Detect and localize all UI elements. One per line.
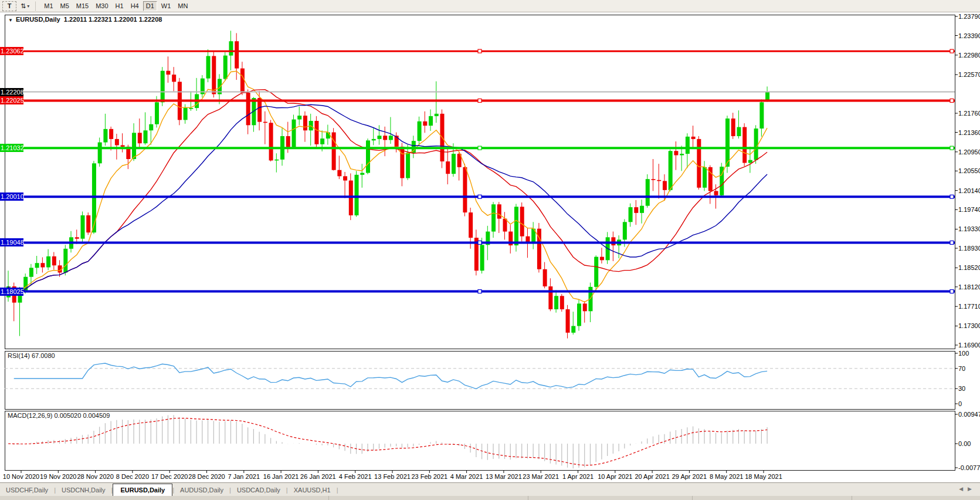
date-axis-label: 16 Jan 2021 xyxy=(263,473,299,480)
trading-platform-window: T ⇅ ▾ M1M5M15M30H1H4D1W1MN ▼EURUSD,Daily… xyxy=(0,0,980,500)
price-line-badge: 1.18025 xyxy=(0,288,23,296)
tab-separator: | xyxy=(337,484,338,496)
date-axis-label: 1 Apr 2021 xyxy=(562,473,594,480)
date-axis-label: 13 Mar 2021 xyxy=(486,473,522,480)
chart-ohlc-values: 1.22011 1.22321 1.22001 1.22208 xyxy=(64,16,162,23)
current-price-badge: 1.22208 xyxy=(0,88,23,96)
rsi-axis-label: 0 xyxy=(958,400,962,407)
tab-scroll-arrows: ◀▶ xyxy=(959,486,976,492)
price-axis-label: 1.17710 xyxy=(958,303,980,310)
date-axis-label: 10 Apr 2021 xyxy=(598,473,632,480)
date-axis-label: 19 Nov 2020 xyxy=(40,473,76,480)
date-axis-label: 10 Nov 2020 xyxy=(3,473,39,480)
timeframe-button-m5[interactable]: M5 xyxy=(57,1,72,11)
date-axis-label: 23 Feb 2021 xyxy=(411,473,447,480)
date-axis-label: 4 Feb 2021 xyxy=(339,473,372,480)
chart-title: ▼EURUSD,Daily 1.22011 1.22321 1.22001 1.… xyxy=(8,16,162,23)
statusbar-divider xyxy=(852,496,852,500)
tab-usdcnh[interactable]: USDCNH,Daily xyxy=(56,484,111,496)
chart-symbol-label: EURUSD,Daily xyxy=(16,16,60,23)
status-bar xyxy=(0,496,980,500)
date-axis-label: 28 Dec 2020 xyxy=(188,473,225,480)
date-axis-label: 26 Jan 2021 xyxy=(300,473,336,480)
price-axis-label: 1.20140 xyxy=(958,187,980,194)
macd-indicator-panel[interactable] xyxy=(5,411,955,471)
price-axis-label: 1.22980 xyxy=(958,52,980,59)
price-axis-label: 1.23390 xyxy=(958,32,980,39)
price-axis-label: 1.23790 xyxy=(958,13,980,20)
timeframe-button-w1[interactable]: W1 xyxy=(158,1,174,11)
tab-audusd[interactable]: AUDUSD,Daily xyxy=(174,484,229,496)
tab-usdcad[interactable]: USDCAD,Daily xyxy=(231,484,286,496)
date-axis-label: 23 Mar 2021 xyxy=(523,473,559,480)
macd-axis-label: -0.007778 xyxy=(958,464,980,471)
rsi-axis-label: 100 xyxy=(958,350,969,357)
statusbar-divider xyxy=(528,496,528,500)
pointer-tool-button[interactable]: T xyxy=(2,1,16,11)
price-axis-label: 1.22570 xyxy=(958,71,980,78)
price-axis-label: 1.18930 xyxy=(958,245,980,252)
rsi-axis-label: 30 xyxy=(958,385,965,392)
statusbar-divider xyxy=(692,496,693,500)
timeframe-button-m30[interactable]: M30 xyxy=(93,1,111,11)
price-axis-label: 1.16900 xyxy=(958,342,980,349)
timeframe-button-h4[interactable]: H4 xyxy=(128,1,142,11)
tab-usdchf[interactable]: USDCHF,Daily xyxy=(0,484,54,496)
macd-axis-label: 0.009478 xyxy=(958,411,980,418)
arrange-windows-button[interactable]: ⇅ ▾ xyxy=(18,1,32,11)
price-line-badge: 1.20010 xyxy=(0,192,23,201)
collapse-triangle-icon[interactable]: ▼ xyxy=(8,18,13,23)
timeframe-button-d1[interactable]: D1 xyxy=(143,1,157,11)
date-axis-label: 4 Mar 2021 xyxy=(450,473,483,480)
price-line-badge: 1.23062 xyxy=(0,47,23,55)
macd-axis-label: 0.00 xyxy=(958,440,971,447)
price-line-badge: 1.21032 xyxy=(0,144,23,152)
timeframe-button-m1[interactable]: M1 xyxy=(41,1,56,11)
toolbar-separator xyxy=(35,2,38,11)
price-line-badge: 1.22025 xyxy=(0,96,23,104)
price-axis-label: 1.19330 xyxy=(958,225,980,232)
statusbar-divider xyxy=(328,496,329,500)
date-axis-label: 20 Apr 2021 xyxy=(635,473,669,480)
price-axis-label: 1.18520 xyxy=(958,264,980,271)
price-axis-label: 1.17300 xyxy=(958,322,980,329)
tab-eurusd[interactable]: EURUSD,Daily xyxy=(113,484,172,496)
timeframe-buttons: M1M5M15M30H1H4D1W1MN xyxy=(40,1,191,11)
chart-tab-bar: USDCHF,Daily|USDCNH,Daily|EURUSD,Daily|A… xyxy=(0,482,980,496)
tab-scroll-right-icon[interactable]: ▶ xyxy=(968,486,976,492)
price-axis-label: 1.19740 xyxy=(958,206,980,213)
date-axis-label: 28 Nov 2020 xyxy=(77,473,113,480)
timeframe-button-mn[interactable]: MN xyxy=(175,1,191,11)
timeframe-button-h1[interactable]: H1 xyxy=(113,1,127,11)
price-chart-panel[interactable] xyxy=(5,15,955,349)
date-axis-label: 17 Dec 2020 xyxy=(151,473,188,480)
toolbar: T ⇅ ▾ M1M5M15M30H1H4D1W1MN xyxy=(0,0,980,12)
rsi-label: RSI(14) 67.0080 xyxy=(8,352,55,359)
chevron-down-icon: ▾ xyxy=(27,4,29,9)
tab-xauusd[interactable]: XAUUSD,H1 xyxy=(288,484,337,496)
date-axis-label: 8 May 2021 xyxy=(710,473,743,480)
date-axis-label: 29 Apr 2021 xyxy=(672,473,707,480)
date-axis-label: 18 May 2021 xyxy=(745,473,782,480)
price-axis-label: 1.18120 xyxy=(958,283,980,290)
price-line-badge: 1.19048 xyxy=(0,238,23,246)
price-axis-label: 1.21760 xyxy=(958,110,980,117)
tab-scroll-left-icon[interactable]: ◀ xyxy=(959,486,968,492)
price-axis-label: 1.21360 xyxy=(958,129,980,136)
arrange-icon: ⇅ xyxy=(21,2,26,10)
rsi-axis-label: 70 xyxy=(958,365,965,372)
date-axis-label: 8 Dec 2020 xyxy=(116,473,149,480)
rsi-indicator-panel[interactable] xyxy=(5,351,955,410)
price-axis-label: 1.20550 xyxy=(958,167,980,174)
timeframe-button-m15[interactable]: M15 xyxy=(73,1,91,11)
date-axis-label: 13 Feb 2021 xyxy=(374,473,411,480)
date-axis-label: 7 Jan 2021 xyxy=(228,473,260,480)
price-axis-label: 1.20950 xyxy=(958,148,980,156)
macd-label: MACD(12,26,9) 0.005020 0.004509 xyxy=(8,412,110,419)
